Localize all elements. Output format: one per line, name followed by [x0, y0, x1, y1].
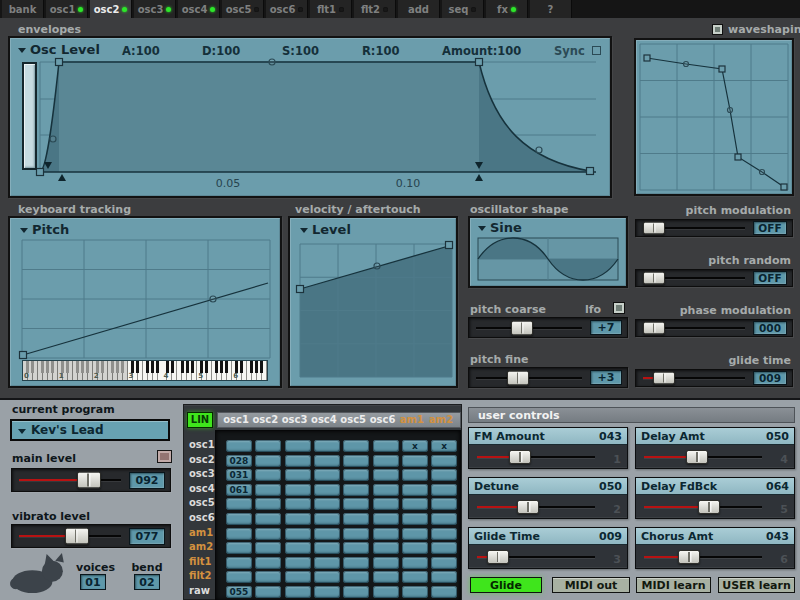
- slider-track[interactable]: [641, 370, 747, 386]
- matrix-cell-filt2-osc4[interactable]: [314, 571, 340, 583]
- matrix-cell-osc2-am1[interactable]: [402, 455, 428, 467]
- envelope-selector-dropdown[interactable]: Osc Level: [18, 42, 100, 57]
- tab-osc6[interactable]: osc6: [266, 0, 308, 18]
- piano-black-key[interactable]: [81, 361, 84, 373]
- matrix-cell-filt2-osc6[interactable]: [373, 571, 399, 583]
- matrix-cell-am2-am2[interactable]: [431, 542, 457, 554]
- waveshaping-graph[interactable]: [636, 40, 792, 194]
- waveform-selector-dropdown[interactable]: Sine: [478, 220, 522, 235]
- matrix-cell-am1-osc1[interactable]: [226, 528, 252, 540]
- matrix-cell-am1-osc6[interactable]: [373, 528, 399, 540]
- matrix-cell-osc6-osc5[interactable]: [343, 513, 369, 525]
- matrix-cell-osc4-am1[interactable]: [402, 484, 428, 496]
- waveshaping-curve[interactable]: [647, 58, 784, 187]
- matrix-cell-osc3-osc5[interactable]: [343, 469, 369, 481]
- kt-start-handle[interactable]: [20, 352, 27, 359]
- piano-black-key[interactable]: [255, 361, 258, 373]
- matrix-cell-raw-am1[interactable]: [402, 586, 428, 598]
- slider-track[interactable]: [641, 270, 747, 286]
- ws-mid-handle[interactable]: [760, 170, 765, 175]
- matrix-cell-osc4-osc2[interactable]: [255, 484, 281, 496]
- slider-track[interactable]: [475, 495, 597, 518]
- matrix-cell-osc1-osc6[interactable]: [373, 440, 399, 452]
- waveshaping-checkbox[interactable]: [712, 24, 723, 35]
- matrix-cell-filt2-am2[interactable]: [431, 571, 457, 583]
- matrix-cell-raw-osc4[interactable]: [314, 586, 340, 598]
- kt-mid-handle[interactable]: [210, 296, 216, 302]
- release-mid-handle[interactable]: [536, 147, 542, 153]
- lfo-checkbox[interactable]: [613, 302, 625, 314]
- piano-black-key[interactable]: [116, 361, 119, 373]
- matrix-cell-osc5-am2[interactable]: [431, 498, 457, 510]
- matrix-cell-osc3-am1[interactable]: [402, 469, 428, 481]
- matrix-cell-osc6-osc2[interactable]: [255, 513, 281, 525]
- matrix-cell-osc2-osc6[interactable]: [373, 455, 399, 467]
- release-end-handle[interactable]: [587, 168, 594, 175]
- slider-track[interactable]: [17, 469, 123, 491]
- slider-handle[interactable]: [678, 550, 700, 564]
- slider-handle[interactable]: [643, 272, 665, 285]
- ws-handle[interactable]: [644, 55, 650, 61]
- tab-osc2[interactable]: osc2: [90, 0, 132, 18]
- kt-selector-dropdown[interactable]: Pitch: [20, 222, 69, 237]
- slider-track[interactable]: [475, 445, 597, 468]
- sustain-end-handle[interactable]: [476, 59, 483, 66]
- slider-handle[interactable]: [77, 472, 101, 489]
- piano-black-key[interactable]: [191, 361, 194, 373]
- tab-fx[interactable]: fx: [486, 0, 528, 18]
- piano-black-key[interactable]: [101, 361, 104, 373]
- velocity-selector-dropdown[interactable]: Level: [300, 222, 351, 237]
- tab-bank[interactable]: bank: [2, 0, 44, 18]
- matrix-cell-am1-osc5[interactable]: [343, 528, 369, 540]
- tab-flt1[interactable]: flt1: [310, 0, 352, 18]
- matrix-cell-am2-osc3[interactable]: [285, 542, 311, 554]
- matrix-cell-osc5-osc2[interactable]: [255, 498, 281, 510]
- slider-track[interactable]: [641, 220, 747, 236]
- piano-black-key[interactable]: [220, 361, 223, 373]
- matrix-cell-am2-osc5[interactable]: [343, 542, 369, 554]
- matrix-cell-filt1-am1[interactable]: [402, 557, 428, 569]
- matrix-cell-raw-osc6[interactable]: [373, 586, 399, 598]
- matrix-cell-filt2-am1[interactable]: [402, 571, 428, 583]
- matrix-cell-osc4-osc6[interactable]: [373, 484, 399, 496]
- matrix-cell-osc4-osc3[interactable]: [285, 484, 311, 496]
- midi-learn-button[interactable]: MIDI learn: [636, 577, 711, 593]
- matrix-cell-osc6-osc3[interactable]: [285, 513, 311, 525]
- matrix-cell-raw-osc2[interactable]: [255, 586, 281, 598]
- slider-track[interactable]: [474, 318, 584, 337]
- matrix-cell-raw-osc5[interactable]: [343, 586, 369, 598]
- slider-handle[interactable]: [65, 528, 89, 545]
- ws-handle[interactable]: [781, 184, 787, 190]
- matrix-cell-filt2-osc2[interactable]: [255, 571, 281, 583]
- matrix-cell-filt1-osc1[interactable]: [226, 557, 252, 569]
- matrix-cell-osc4-osc4[interactable]: [314, 484, 340, 496]
- matrix-cell-filt2-osc3[interactable]: [285, 571, 311, 583]
- piano-black-key[interactable]: [250, 361, 253, 373]
- tab-flt2[interactable]: flt2: [354, 0, 396, 18]
- tab-help[interactable]: ?: [530, 0, 572, 18]
- piano-black-key[interactable]: [41, 361, 44, 373]
- piano-octave-1[interactable]: 1: [58, 361, 93, 380]
- slider-handle[interactable]: [686, 450, 708, 464]
- piano-black-key[interactable]: [215, 361, 218, 373]
- attack-handle[interactable]: [56, 59, 63, 66]
- tab-osc4[interactable]: osc4: [178, 0, 220, 18]
- piano-black-key[interactable]: [225, 361, 228, 373]
- matrix-cell-osc1-osc1[interactable]: [226, 440, 252, 452]
- matrix-cell-osc2-osc3[interactable]: [285, 455, 311, 467]
- matrix-cell-am2-osc1[interactable]: [226, 542, 252, 554]
- matrix-cell-filt1-osc5[interactable]: [343, 557, 369, 569]
- piano-black-key[interactable]: [51, 361, 54, 373]
- matrix-cell-osc1-am2[interactable]: x: [431, 440, 457, 452]
- slider-track[interactable]: [642, 545, 764, 568]
- matrix-cell-osc5-osc1[interactable]: [226, 498, 252, 510]
- piano-black-key[interactable]: [66, 361, 69, 373]
- matrix-cell-am1-osc3[interactable]: [285, 528, 311, 540]
- slider-track[interactable]: [642, 495, 764, 518]
- matrix-cell-osc2-am2[interactable]: [431, 455, 457, 467]
- glide-button[interactable]: Glide: [470, 577, 542, 593]
- matrix-cell-filt1-osc6[interactable]: [373, 557, 399, 569]
- velocity-graph[interactable]: [290, 218, 456, 386]
- piano-black-key[interactable]: [136, 361, 139, 373]
- slider-handle[interactable]: [643, 222, 665, 235]
